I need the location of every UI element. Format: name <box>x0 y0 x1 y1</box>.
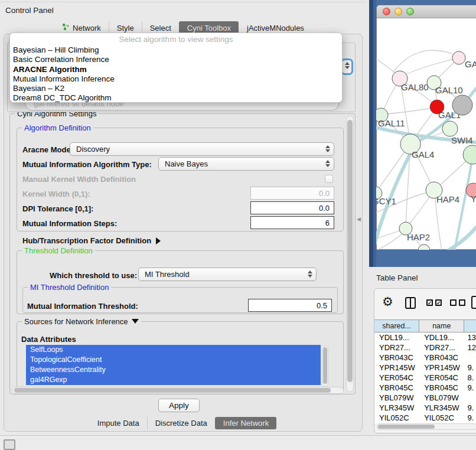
zoom-window-icon[interactable] <box>406 8 414 15</box>
minimize-window-icon[interactable] <box>395 8 402 15</box>
combo-stepper-icon <box>325 160 330 167</box>
table-row[interactable]: YDR27...YDR27...12 <box>374 343 476 353</box>
node-label: GCY1 <box>376 196 396 206</box>
mi-steps-label: Mutual Information Steps: <box>22 219 117 228</box>
network-canvas[interactable]: GALGAL80GAL10GAL1GAL11SWI4GAL4GCY1HAP4YH… <box>376 18 476 250</box>
column-header-shared[interactable]: shared... <box>374 320 419 332</box>
mi-threshold-label: Mutual Information Threshold: <box>27 302 138 311</box>
data-attributes-list: SelfLoopsTopologicalCoefficientBetweenne… <box>26 345 328 387</box>
algorithm-dropdown-popup: Select algorithm to view settings Bayesi… <box>9 32 343 103</box>
network-icon <box>62 23 70 32</box>
gear-icon[interactable]: ⚙ <box>382 295 393 308</box>
close-window-icon[interactable] <box>383 8 390 15</box>
table-row[interactable]: YIL052CYIL052C9. <box>374 413 476 423</box>
attribute-item-betweennesscentrality[interactable]: BetweennessCentrality <box>26 365 321 375</box>
data-attributes-label: Data Attributes <box>21 335 76 344</box>
apply-button[interactable]: Apply <box>158 399 200 412</box>
checked-box-icon[interactable]: ✓ <box>435 299 442 306</box>
table-row[interactable]: YDL19...YDL19...13 <box>374 332 476 343</box>
settings-horizontal-scrollbar[interactable] <box>12 387 344 394</box>
algorithm-combo-stepper[interactable] <box>341 58 353 75</box>
columns-icon[interactable] <box>405 297 416 309</box>
table-cell: YLR345W <box>419 403 464 413</box>
mi-threshold-field[interactable]: 0.5 <box>248 299 332 312</box>
document-icon[interactable] <box>471 296 476 309</box>
node-label: GAL4 <box>412 149 434 159</box>
table-row[interactable]: YBL079WYBL079W <box>374 393 476 403</box>
attribute-item-topologicalcoefficient[interactable]: TopologicalCoefficient <box>26 355 321 365</box>
algorithm-option-dream8-dc-tdc-algorithm[interactable]: Dream8 DC_TDC Algorithm <box>10 93 342 103</box>
algorithm-option-mutual-information-inference[interactable]: Mutual Information Inference <box>10 74 342 84</box>
column-header-2[interactable] <box>464 320 476 332</box>
panel-toggle-icon[interactable] <box>4 439 15 450</box>
kernel-width-value: 0.0 <box>319 189 330 198</box>
table-cell: YBL079W <box>419 393 464 403</box>
mi-threshold-value: 0.5 <box>317 301 327 310</box>
table-row[interactable]: YBR045CYBR045C9. <box>374 383 476 393</box>
table-row[interactable]: YPR145WYPR145W9. <box>374 363 476 373</box>
threshold-definition-title: Threshold Definition <box>22 246 95 255</box>
mi-steps-field[interactable]: 6 <box>250 216 334 229</box>
mi-algorithm-type-value: Naive Bayes <box>165 159 208 168</box>
network-node[interactable] <box>452 95 472 115</box>
network-edge <box>435 199 442 250</box>
column-header-name[interactable]: name <box>419 320 464 332</box>
node-label: SWI4 <box>451 135 473 145</box>
table-row[interactable]: YER054CYER054C8. <box>374 373 476 383</box>
table-cell <box>464 393 476 403</box>
table-cell: 8. <box>464 373 476 383</box>
dpi-tolerance-field[interactable]: 0.0 <box>250 201 334 214</box>
tab-label: Cyni Toolbox <box>187 24 231 32</box>
tab-infer-network[interactable]: Infer Network <box>215 417 276 429</box>
manual-kernel-width-checkbox[interactable] <box>325 175 333 183</box>
kernel-width-label: Kernel Width (0,1): <box>22 190 90 198</box>
node-label: GAL10 <box>435 85 463 95</box>
hub-definition-toggle[interactable]: Hub/Transcription Factor Definition <box>22 236 161 245</box>
mi-algorithm-type-label: Mutual Information Algorithm Type: <box>22 160 152 169</box>
attribute-item-gal4rgexp[interactable]: gal4RGexp <box>26 375 321 385</box>
tab-impute-data[interactable]: Impute Data <box>90 417 147 429</box>
status-strip <box>0 435 476 450</box>
table-cell: YDL19... <box>374 332 419 343</box>
table-cell: 9. <box>464 383 476 393</box>
algorithm-option-bayesian-k2[interactable]: Bayesian – K2 <box>10 84 342 93</box>
sources-title-row[interactable]: Sources for Network Inference <box>22 317 141 326</box>
table-body: YDL19...YDL19...13YDR27...YDR27...12YBR0… <box>374 332 476 423</box>
table-row[interactable]: YBR043CYBR043C <box>374 353 476 363</box>
table-cell: 12 <box>464 343 476 353</box>
unchecked-box-icon[interactable] <box>450 299 457 306</box>
table-cell: YIL052C <box>419 413 464 423</box>
aracne-mode-value: Discovery <box>76 145 110 154</box>
which-threshold-label: Which threshold to use: <box>50 271 137 280</box>
attribute-item-selfloops[interactable]: SelfLoops <box>26 345 321 355</box>
table-cell: YER054C <box>419 373 464 383</box>
splitter-collapse-icon[interactable]: ◀ <box>357 216 361 222</box>
table-cell: YBR043C <box>419 353 464 363</box>
settings-vertical-scrollbar[interactable] <box>346 116 354 392</box>
algorithm-option-aracne-algorithm[interactable]: ARACNE Algorithm <box>10 65 342 74</box>
which-threshold-combo[interactable]: MI Threshold <box>138 268 317 281</box>
mi-algorithm-type-combo[interactable]: Naive Bayes <box>158 157 334 171</box>
unchecked-box-icon[interactable] <box>459 299 465 306</box>
network-window-titlebar[interactable] <box>377 5 476 18</box>
aracne-mode-combo[interactable]: Discovery <box>70 142 334 156</box>
network-node-swi4[interactable] <box>442 121 458 136</box>
manual-kernel-width-label: Manual Kernel Width Definition <box>22 175 136 184</box>
checked-box-icon[interactable]: ✓ <box>426 299 433 306</box>
network-node[interactable] <box>463 145 476 164</box>
table-panel-title: Table Panel <box>376 273 418 282</box>
network-node-gal[interactable] <box>452 51 465 64</box>
node-label: GAL80 <box>401 82 429 92</box>
attribute-list-scrollbar[interactable] <box>322 345 328 387</box>
algorithm-option-bayesian-hill-climbing[interactable]: Bayesian – Hill Climbing <box>10 45 342 55</box>
table-cell: 9. <box>464 403 476 413</box>
table-cell: YDR27... <box>419 343 464 353</box>
control-panel-titlebar: Control Panel <box>0 2 366 18</box>
table-horizontal-scrollbar[interactable] <box>377 423 476 430</box>
tab-label: Select <box>150 24 171 32</box>
dpi-tolerance-value: 0.0 <box>319 204 330 213</box>
algorithm-option-basic-correlation-inference[interactable]: Basic Correlation Inference <box>10 55 342 64</box>
network-edge <box>387 107 437 114</box>
tab-discretize-data[interactable]: Discretize Data <box>147 417 215 429</box>
table-row[interactable]: YLR345WYLR345W9. <box>374 403 476 413</box>
